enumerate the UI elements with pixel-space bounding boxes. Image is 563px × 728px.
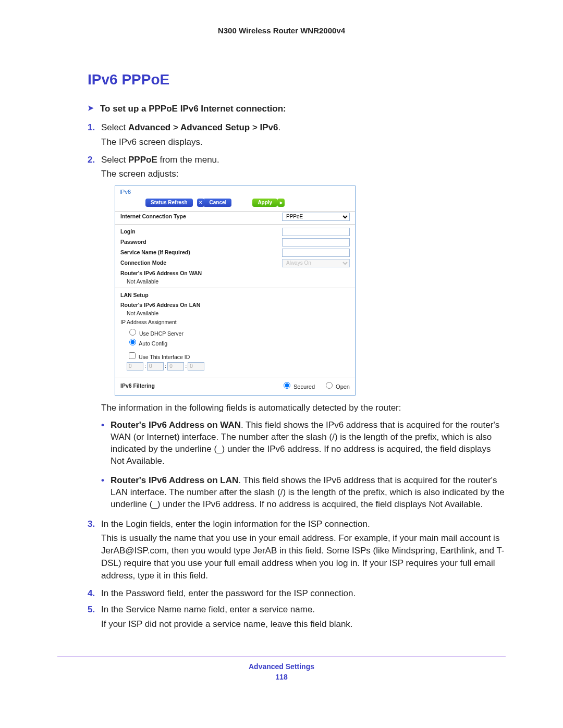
input-service[interactable]: [282, 249, 350, 257]
cancel-x-icon[interactable]: ×: [197, 199, 204, 207]
apply-button[interactable]: Apply: [252, 199, 277, 207]
label-lan-setup: LAN Setup: [120, 291, 149, 299]
step-1: 1. Select Advanced > Advanced Setup > IP…: [88, 121, 506, 149]
footer-title: Advanced Settings: [57, 662, 506, 671]
screenshot-tab-label: IPv6: [115, 186, 355, 196]
apply-arrow-icon[interactable]: ▸: [277, 199, 285, 207]
label-lan-addr: Router's IPv6 Address On LAN: [120, 301, 200, 309]
step-number: 3.: [88, 518, 95, 530]
step-5-text: In the Service Name name field, enter a …: [101, 604, 315, 614]
label-password: Password: [120, 238, 146, 246]
detected-bullets: Router's IPv6 Address on WAN. This field…: [101, 419, 506, 511]
row-login: Login: [115, 227, 355, 237]
wan-addr-value: Not Available: [115, 278, 355, 286]
detected-intro: The information in the following fields …: [101, 402, 506, 414]
label-filtering: IPv6 Filtering: [120, 382, 155, 390]
step-3-text: In the Login fields, enter the login inf…: [101, 519, 370, 529]
row-filtering: IPv6 Filtering Secured Open: [115, 379, 355, 395]
step-2: 2. Select PPPoE from the menu. The scree…: [88, 154, 506, 511]
label-ip-assign: IP Address Assignment: [120, 318, 177, 326]
router-screenshot: IPv6 Status Refresh × Cancel Apply ▸ Int…: [115, 186, 356, 396]
footer-page-number: 118: [57, 673, 506, 681]
radio-auto[interactable]: Auto Config: [127, 340, 167, 347]
label-login: Login: [120, 228, 136, 236]
step-1-sub: The IPv6 screen displays.: [101, 136, 506, 149]
step-5-sub: If your ISP did not provide a service na…: [101, 618, 506, 631]
status-refresh-button[interactable]: Status Refresh: [145, 199, 193, 207]
step-2-text-post: from the menu.: [157, 155, 219, 165]
steps-list: 1. Select Advanced > Advanced Setup > IP…: [88, 121, 506, 631]
cancel-button[interactable]: Cancel: [204, 199, 232, 207]
step-number: 2.: [88, 154, 95, 166]
iid-3[interactable]: [188, 362, 204, 371]
row-lan-addr: Router's IPv6 Address On LAN: [115, 300, 355, 310]
row-conn-type: Internet Connection Type PPPoE: [115, 212, 355, 222]
row-password: Password: [115, 237, 355, 248]
input-login[interactable]: [282, 228, 350, 236]
label-service: Service Name (If Required): [120, 249, 190, 256]
row-service: Service Name (If Required): [115, 248, 355, 258]
step-1-bold: Advanced > Advanced Setup > IPv6: [128, 122, 278, 132]
iid-1[interactable]: [147, 362, 164, 371]
bullet-wan: Router's IPv6 Address on WAN. This field…: [101, 419, 506, 467]
lan-addr-value: Not Available: [115, 310, 355, 317]
row-conn-mode: Connection Mode Always On: [115, 258, 355, 268]
row-wan-addr: Router's IPv6 Address On WAN: [115, 268, 355, 278]
step-number: 4.: [88, 587, 95, 600]
label-conn-type: Internet Connection Type: [120, 213, 186, 220]
select-conn-mode: Always On: [282, 259, 350, 267]
checkbox-use-iid[interactable]: Use This Interface ID: [127, 354, 190, 360]
label-wan-addr: Router's IPv6 Address On WAN: [120, 269, 202, 277]
step-1-text-pre: Select: [101, 122, 128, 132]
iid-2[interactable]: [167, 362, 184, 371]
input-password[interactable]: [282, 238, 350, 246]
row-ip-assign: IP Address Assignment: [115, 317, 355, 327]
step-number: 5.: [88, 603, 95, 616]
step-2-text-pre: Select: [101, 155, 128, 165]
radio-auto-row: Auto Config: [115, 337, 355, 348]
step-number: 1.: [88, 121, 95, 134]
select-conn-type[interactable]: PPPoE: [282, 213, 350, 221]
iid-fields: : : :: [115, 361, 355, 375]
procedure-lead: To set up a PPPoE IPv6 Internet connecti…: [88, 104, 506, 114]
step-3-sub: This is usually the name that you use in…: [101, 532, 506, 582]
radio-secured[interactable]: Secured: [281, 380, 315, 391]
step-2-sub: The screen adjusts:: [101, 168, 506, 180]
row-lan-setup: LAN Setup: [115, 290, 355, 300]
section-heading: IPv6 PPPoE: [88, 71, 506, 88]
iid-0[interactable]: [127, 362, 143, 371]
radio-dhcp[interactable]: Use DHCP Server: [127, 330, 183, 337]
step-4: 4. In the Password field, enter the pass…: [88, 587, 506, 600]
step-3: 3. In the Login fields, enter the login …: [88, 518, 506, 582]
bullet-lan: Router's IPv6 Address on LAN. This field…: [101, 475, 506, 511]
step-1-text-post: .: [278, 122, 281, 132]
step-5: 5. In the Service Name name field, enter…: [88, 603, 506, 631]
label-conn-mode: Connection Mode: [120, 259, 166, 267]
radio-dhcp-row: Use DHCP Server: [115, 327, 355, 338]
page-footer: Advanced Settings 118: [57, 657, 506, 681]
screenshot-button-row: Status Refresh × Cancel Apply ▸: [115, 196, 355, 210]
product-header: N300 Wireless Router WNR2000v4: [57, 26, 506, 35]
radio-open[interactable]: Open: [323, 380, 350, 391]
step-2-bold: PPPoE: [128, 155, 157, 165]
manual-page: N300 Wireless Router WNR2000v4 IPv6 PPPo…: [0, 0, 563, 702]
use-iid-row: Use This Interface ID: [115, 351, 355, 361]
step-4-text: In the Password field, enter the passwor…: [101, 588, 356, 598]
